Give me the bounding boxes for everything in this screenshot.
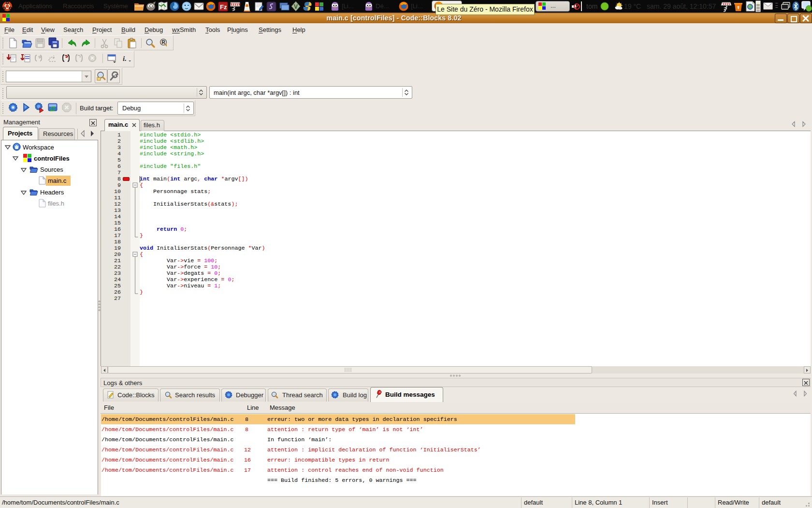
svg-text:i.: i. bbox=[123, 55, 127, 62]
svg-text:V: V bbox=[294, 3, 298, 10]
svg-text:Fz: Fz bbox=[220, 3, 227, 11]
